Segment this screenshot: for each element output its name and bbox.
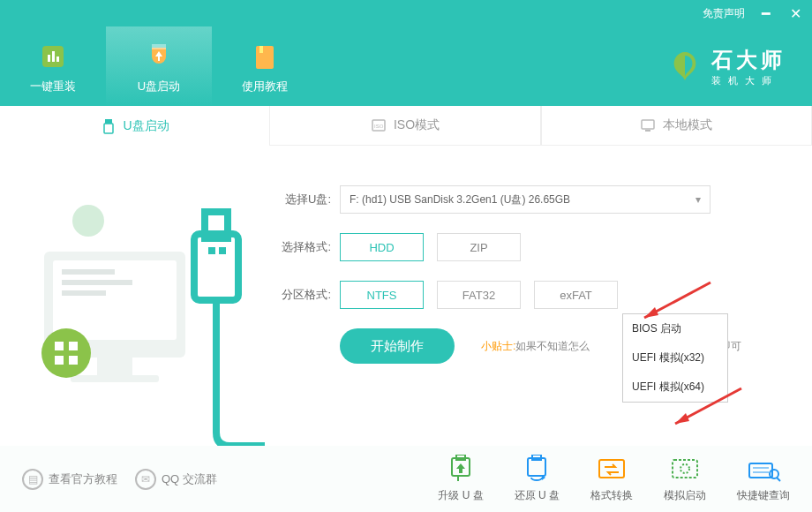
format-option-zip[interactable]: ZIP — [437, 233, 521, 261]
local-icon — [640, 117, 656, 133]
svg-rect-11 — [642, 120, 654, 129]
svg-rect-3 — [56, 56, 59, 62]
footer-qq-label: QQ 交流群 — [162, 471, 217, 487]
nav-reinstall[interactable]: 一键重装 — [0, 26, 106, 106]
svg-rect-29 — [219, 247, 226, 254]
tab-iso[interactable]: ISO ISO模式 — [269, 106, 540, 146]
reinstall-icon — [35, 39, 71, 74]
minimize-button[interactable]: ━ — [758, 5, 774, 22]
tool-upgrade[interactable]: 升级 U 盘 — [438, 455, 483, 503]
illustration — [0, 146, 265, 446]
disclaimer-link[interactable]: 免责声明 — [703, 6, 745, 21]
nav-usb-label: U盘启动 — [138, 79, 180, 94]
disk-value: F: (hd1) USB SanDisk 3.2Gen1 (U盘) 26.65G… — [350, 192, 570, 207]
header: 一键重装 U盘启动 使用教程 石大师 装机大师 — [0, 26, 812, 106]
annotation-arrow-2 — [666, 384, 746, 433]
tip-label: 小贴士: — [481, 340, 515, 352]
footer: ▤ 查看官方教程 ✉ QQ 交流群 升级 U 盘 还原 U 盘 格式转换 模拟启… — [0, 446, 812, 512]
popup-uefi32[interactable]: UEFI 模拟(x32) — [623, 343, 727, 373]
upgrade-usb-icon — [443, 455, 478, 483]
hotkey-icon — [746, 455, 781, 483]
restore-usb-icon — [519, 455, 554, 483]
svg-rect-42 — [749, 463, 772, 478]
footer-qq-link[interactable]: ✉ QQ 交流群 — [135, 469, 217, 490]
svg-rect-28 — [208, 247, 215, 254]
svg-point-41 — [680, 464, 689, 473]
nav-tutorial[interactable]: 使用教程 — [212, 26, 318, 106]
usb-icon — [101, 118, 117, 134]
brand-subtitle: 装机大师 — [711, 74, 786, 87]
qq-icon: ✉ — [135, 469, 156, 490]
tab-iso-label: ISO模式 — [394, 117, 440, 133]
partition-option-ntfs[interactable]: NTFS — [340, 281, 424, 309]
svg-rect-24 — [69, 356, 78, 365]
tool-simulate[interactable]: 模拟启动 — [664, 455, 706, 503]
svg-point-25 — [72, 205, 104, 237]
format-option-hdd[interactable]: HDD — [340, 233, 424, 261]
iso-icon: ISO — [371, 117, 387, 133]
partition-option-exfat[interactable]: exFAT — [534, 281, 618, 309]
svg-rect-15 — [62, 269, 115, 275]
svg-rect-4 — [152, 44, 166, 49]
svg-rect-17 — [62, 290, 106, 296]
svg-rect-12 — [645, 130, 650, 132]
form-area: 选择U盘: F: (hd1) USB SanDisk 3.2Gen1 (U盘) … — [265, 146, 812, 446]
footer-tutorial-link[interactable]: ▤ 查看官方教程 — [22, 469, 117, 490]
tool-convert[interactable]: 格式转换 — [590, 455, 633, 503]
tool-hotkey-label: 快捷键查询 — [737, 488, 790, 503]
start-button[interactable]: 开始制作 — [340, 328, 455, 364]
titlebar: 免责声明 ━ ✕ — [0, 0, 812, 26]
brand-title: 石大师 — [711, 46, 786, 74]
svg-rect-1 — [48, 55, 50, 62]
chevron-down-icon: ▾ — [695, 193, 701, 206]
svg-point-20 — [41, 328, 91, 378]
annotation-arrow-1 — [635, 278, 715, 327]
svg-rect-18 — [97, 358, 132, 375]
svg-rect-40 — [673, 460, 697, 478]
disk-select[interactable]: F: (hd1) USB SanDisk 3.2Gen1 (U盘) 26.65G… — [340, 185, 710, 214]
svg-rect-16 — [62, 280, 132, 285]
tool-upgrade-label: 升级 U 盘 — [438, 488, 483, 503]
disk-label: 选择U盘: — [274, 192, 331, 207]
usb-boot-icon — [141, 39, 177, 74]
book-icon: ▤ — [22, 469, 43, 490]
tool-restore[interactable]: 还原 U 盘 — [515, 455, 560, 503]
partition-label: 分区格式: — [274, 287, 331, 303]
partition-option-fat32[interactable]: FAT32 — [437, 281, 521, 309]
svg-rect-39 — [599, 460, 624, 478]
svg-rect-2 — [52, 51, 55, 62]
tab-local[interactable]: 本地模式 — [541, 106, 812, 146]
svg-line-46 — [777, 478, 780, 481]
svg-text:ISO: ISO — [374, 124, 384, 129]
svg-rect-26 — [194, 234, 238, 300]
svg-rect-19 — [71, 375, 159, 382]
simulate-icon — [667, 455, 703, 483]
tab-local-label: 本地模式 — [663, 117, 712, 133]
main-nav: 一键重装 U盘启动 使用教程 — [0, 26, 318, 106]
main-content: 选择U盘: F: (hd1) USB SanDisk 3.2Gen1 (U盘) … — [0, 146, 812, 446]
close-button[interactable]: ✕ — [787, 5, 803, 22]
svg-marker-33 — [675, 413, 689, 424]
tool-buttons: 升级 U 盘 还原 U 盘 格式转换 模拟启动 快捷键查询 — [438, 455, 790, 503]
tool-simulate-label: 模拟启动 — [664, 488, 706, 503]
svg-marker-31 — [644, 307, 658, 318]
nav-usb[interactable]: U盘启动 — [106, 26, 212, 106]
tool-restore-label: 还原 U 盘 — [515, 488, 560, 503]
svg-rect-5 — [256, 46, 274, 69]
svg-rect-22 — [69, 342, 78, 350]
tip-text-before: 如果不知道怎么 — [515, 340, 590, 352]
brand-logo-icon — [667, 49, 703, 84]
tab-usb[interactable]: U盘启动 — [0, 106, 269, 146]
svg-rect-21 — [55, 342, 64, 350]
nav-tutorial-label: 使用教程 — [242, 79, 288, 94]
convert-icon — [594, 455, 629, 483]
svg-rect-8 — [104, 124, 113, 133]
mode-tabs: U盘启动 ISO ISO模式 本地模式 — [0, 106, 812, 146]
svg-rect-6 — [259, 46, 263, 53]
tool-convert-label: 格式转换 — [590, 488, 633, 503]
tool-hotkey[interactable]: 快捷键查询 — [737, 455, 790, 503]
tutorial-icon — [247, 39, 282, 74]
brand: 石大师 装机大师 — [667, 26, 812, 106]
format-label: 选择格式: — [274, 239, 331, 255]
footer-tutorial-label: 查看官方教程 — [49, 471, 117, 487]
